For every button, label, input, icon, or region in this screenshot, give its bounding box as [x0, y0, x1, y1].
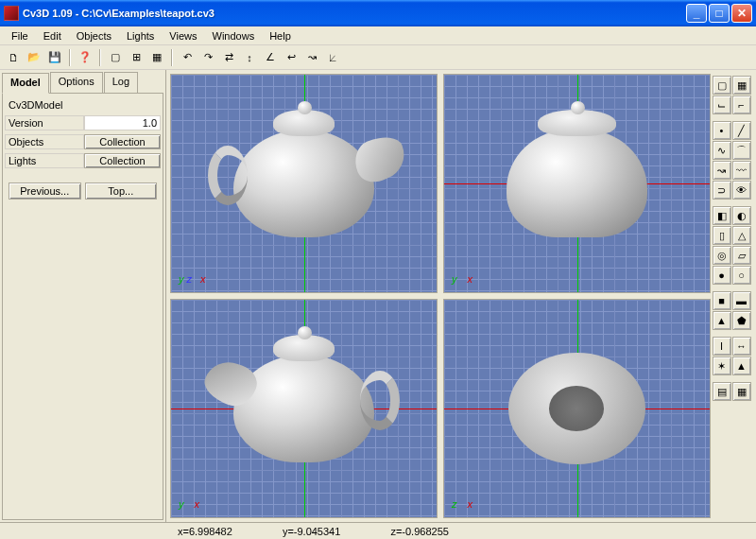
- tab-log[interactable]: Log: [104, 72, 138, 93]
- layout-l-icon[interactable]: ⌙: [713, 96, 731, 114]
- maximize-button[interactable]: □: [709, 4, 730, 23]
- titlebar: Cv3D 1.09 - C:\Cv\Examples\teapot.cv3 _ …: [0, 0, 756, 26]
- menu-windows[interactable]: Windows: [205, 28, 263, 43]
- info-icon[interactable]: ❓: [76, 48, 94, 67]
- teapot-render: [190, 90, 419, 277]
- grid-icon[interactable]: ⊞: [127, 48, 146, 67]
- app-icon: [4, 6, 19, 21]
- prop-btn-lights[interactable]: Collection: [84, 153, 161, 168]
- separator: [99, 49, 101, 66]
- top-button[interactable]: Top...: [85, 183, 158, 200]
- prop-name-objects: Objects: [5, 134, 84, 149]
- star-icon[interactable]: ✶: [713, 356, 731, 375]
- open-icon[interactable]: 📂: [25, 48, 43, 67]
- prop-row-objects: Objects Collection: [5, 133, 161, 150]
- menu-lights[interactable]: Lights: [119, 28, 162, 43]
- menu-help[interactable]: Help: [262, 28, 299, 43]
- window-title: Cv3D 1.09 - C:\Cv\Examples\teapot.cv3: [23, 8, 686, 19]
- arrows-icon[interactable]: ⇄: [219, 48, 238, 67]
- layout-l2-icon[interactable]: ⌐: [732, 96, 751, 114]
- spline-tool-icon[interactable]: 〰: [732, 161, 751, 180]
- cylinder-icon[interactable]: ▯: [713, 226, 731, 245]
- previous-button[interactable]: Previous...: [9, 183, 81, 200]
- new-icon[interactable]: 🗋: [4, 48, 23, 67]
- sidebar-tabs: Model Options Log: [2, 72, 163, 93]
- measure-icon[interactable]: ⟀: [323, 48, 342, 67]
- rotate-right-icon[interactable]: ↷: [198, 48, 217, 67]
- circle-icon[interactable]: ●: [713, 266, 731, 285]
- torus-icon[interactable]: ◎: [713, 246, 731, 265]
- axis-badge: y z x: [179, 272, 206, 287]
- square-icon[interactable]: ▢: [106, 48, 125, 67]
- menu-edit[interactable]: Edit: [36, 28, 69, 43]
- prop-row-lights: Lights Collection: [5, 152, 161, 169]
- menu-file[interactable]: File: [4, 28, 36, 43]
- nav-buttons: Previous... Top...: [5, 183, 161, 200]
- arrow-up-icon[interactable]: ↕: [240, 48, 259, 67]
- status-z: z=-0.968255: [390, 526, 448, 537]
- close-button[interactable]: ✕: [731, 4, 752, 23]
- viewport-top[interactable]: z x: [443, 299, 711, 518]
- path-tool-icon[interactable]: ↝: [713, 161, 731, 180]
- cone-icon[interactable]: △: [732, 226, 751, 245]
- point-tool-icon[interactable]: •: [713, 121, 731, 140]
- tri-shape-icon[interactable]: ▲: [713, 311, 731, 330]
- text-tool-icon[interactable]: I: [713, 337, 731, 356]
- arc-tool-icon[interactable]: ⌒: [732, 141, 751, 160]
- toolbar: 🗋 📂 💾 ❓ ▢ ⊞ ▦ ↶ ↷ ⇄ ↕ ∠ ↩ ↝ ⟀: [0, 45, 756, 70]
- prop-value-version[interactable]: 1.0: [84, 115, 161, 130]
- hatch-icon[interactable]: ▤: [713, 382, 731, 401]
- window-buttons: _ □ ✕: [686, 4, 752, 23]
- ring-icon[interactable]: ○: [732, 266, 751, 285]
- curve-icon[interactable]: ↝: [302, 48, 321, 67]
- eye-icon[interactable]: 👁: [732, 181, 751, 200]
- save-icon[interactable]: 💾: [45, 48, 64, 67]
- grid-tool-icon[interactable]: ▦: [732, 382, 751, 401]
- tab-content: Cv3DModel Version 1.0 Objects Collection…: [2, 93, 163, 520]
- minimize-button[interactable]: _: [686, 4, 707, 23]
- plane-icon[interactable]: ▱: [732, 246, 751, 265]
- undo-icon[interactable]: ↩: [282, 48, 301, 67]
- viewport-side[interactable]: y x: [170, 299, 438, 518]
- view-area: y z x y x: [166, 70, 756, 522]
- magnet-icon[interactable]: ⊃: [713, 181, 731, 200]
- status-y: y=-9.045341: [283, 526, 340, 537]
- separator: [171, 49, 173, 66]
- line-tool-icon[interactable]: ╱: [732, 121, 751, 140]
- separator: [69, 49, 71, 66]
- axis-badge: z x: [452, 497, 472, 512]
- square-shape-icon[interactable]: ■: [713, 291, 731, 310]
- tab-model[interactable]: Model: [2, 73, 49, 94]
- cube-icon[interactable]: ◧: [713, 206, 731, 225]
- status-x: x=6.998482: [178, 526, 232, 537]
- right-toolbar: ▢ ▦ ⌙ ⌐ • ╱ ∿ ⌒ ↝ 〰 ⊃ 👁 ◧ ◐ ▯ △ ◎ ▱: [711, 74, 752, 518]
- dimension-icon[interactable]: ↔: [732, 337, 751, 356]
- axis-badge: y x: [452, 272, 472, 287]
- pyramid-icon[interactable]: ▲: [732, 356, 751, 375]
- tab-options[interactable]: Options: [50, 72, 103, 93]
- prop-name-version: Version: [5, 115, 84, 130]
- menu-objects[interactable]: Objects: [69, 28, 119, 43]
- menu-views[interactable]: Views: [162, 28, 204, 43]
- quad-icon[interactable]: ▦: [147, 48, 166, 67]
- viewport-front[interactable]: y x: [443, 74, 711, 293]
- viewport-perspective[interactable]: y z x: [170, 74, 438, 293]
- rotate-left-icon[interactable]: ↶: [178, 48, 197, 67]
- teapot-render: [463, 315, 692, 502]
- statusbar: x=6.998482 y=-9.045341 z=-0.968255: [0, 522, 756, 539]
- prop-name-lights: Lights: [5, 153, 84, 168]
- rect-shape-icon[interactable]: ▬: [732, 291, 751, 310]
- curve-tool-icon[interactable]: ∿: [713, 141, 731, 160]
- menubar: File Edit Objects Lights Views Windows H…: [0, 26, 756, 45]
- viewports: y z x y x: [170, 74, 711, 518]
- angle-icon[interactable]: ∠: [261, 48, 280, 67]
- layout-quad-icon[interactable]: ▦: [732, 76, 751, 95]
- poly-shape-icon[interactable]: ⬟: [732, 311, 751, 330]
- prop-btn-objects[interactable]: Collection: [84, 134, 161, 149]
- axis-badge: y x: [179, 497, 199, 512]
- layout-single-icon[interactable]: ▢: [713, 76, 731, 95]
- teapot-render: [463, 90, 692, 277]
- sphere-icon[interactable]: ◐: [732, 206, 751, 225]
- model-class-label: Cv3DModel: [5, 97, 161, 113]
- sidebar: Model Options Log Cv3DModel Version 1.0 …: [0, 70, 166, 522]
